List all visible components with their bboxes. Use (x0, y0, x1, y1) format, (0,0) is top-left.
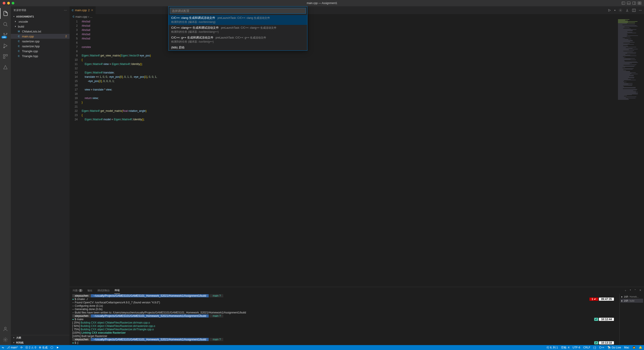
svg-rect-9 (640, 3, 641, 4)
activity-source-control[interactable]: 10K (0, 29, 11, 40)
account-icon (3, 326, 8, 332)
tab-main-cpp[interactable]: C main.cpp 2 ✕ (70, 6, 96, 14)
new-terminal-icon[interactable]: ＋ (624, 289, 627, 292)
run-icon[interactable] (608, 8, 611, 12)
sb-branch[interactable]: ⎇main* (7, 346, 18, 349)
sb-lang[interactable]: C++ (599, 346, 604, 349)
sb-bell[interactable]: 🔔 (639, 346, 642, 349)
svg-marker-23 (608, 9, 610, 11)
sb-problems[interactable]: ⓧ2⚠0 (25, 346, 36, 350)
svg-rect-18 (6, 54, 8, 56)
file-tree-item[interactable]: MCMakeLists.txt (11, 29, 70, 34)
activity-search[interactable] (0, 19, 11, 29)
file-tree-item[interactable]: Crasterizer.hpp (11, 44, 70, 49)
activity-explorer[interactable] (0, 8, 11, 19)
terminal-icon: ▸ (621, 299, 623, 302)
code-editor[interactable]: #includ#includ#includ#includ#includ cons… (82, 19, 617, 287)
breadcrumbs[interactable]: C main.cpp › ... (70, 14, 644, 19)
sb-run[interactable] (56, 346, 59, 349)
terminal-icon: ▸ (621, 295, 623, 298)
quickpick-item[interactable]: C/C++: g++ 生成和调试活动文件preLaunchTask: C/C++… (168, 35, 307, 45)
svg-point-21 (4, 327, 6, 329)
sb-os[interactable]: Mac (624, 346, 629, 349)
terminal[interactable]: xieyouchen ~/usually/Projects/GAMES101/G… (70, 294, 619, 345)
sidebar-more-icon[interactable]: ⋯ (64, 8, 67, 12)
file-tree-item[interactable]: Crasterizer.cpp (11, 39, 70, 44)
svg-rect-2 (627, 2, 630, 4)
sb-lang-braces[interactable]: { } (594, 346, 596, 349)
gear-icon[interactable] (619, 8, 622, 12)
sb-debug[interactable] (50, 346, 54, 349)
close-panel-icon[interactable]: ✕ (639, 289, 641, 292)
sidebar-section-outline[interactable]: 大纲 (11, 335, 70, 340)
window-title: main.cpp — Assignment1 (307, 1, 337, 5)
activity-account[interactable] (0, 324, 11, 334)
layout-panel-right-icon[interactable] (632, 1, 636, 5)
sb-sync[interactable]: ⟳ (20, 346, 23, 349)
minimize-button[interactable] (7, 2, 10, 4)
sb-feedback[interactable]: 🧔 (632, 346, 636, 349)
svg-rect-6 (638, 2, 639, 3)
svg-rect-17 (3, 54, 5, 56)
file-icon: C (17, 49, 21, 53)
svg-point-16 (4, 47, 4, 48)
close-button[interactable] (3, 2, 6, 4)
layout-panel-left-icon[interactable] (622, 1, 625, 5)
minimap[interactable] (617, 19, 644, 287)
bottom-panel: 问题 2 输出 调试控制台 终端 ＋ ▾ ⌃ ✕ xieyouchen ~/us… (70, 287, 644, 345)
statusbar: ⇋ ⎇main* ⟳ ⓧ2⚠0 ⚙生成 行 8, 列 1 空格: 4 UTF-8… (0, 345, 644, 350)
activity-settings[interactable] (0, 334, 11, 345)
terminal-shell-1[interactable]: ▸ zsh Homeb... (620, 295, 643, 299)
sidebar-section-timeline[interactable]: 时间线 (11, 340, 70, 345)
editor-area: C main.cpp 2 ✕ ▾ ⋯ C main.cpp › . (70, 6, 644, 345)
quickpick-input[interactable] (170, 8, 306, 14)
quickpick-item[interactable]: C/C++: clang 生成和调试活动文件preLaunchTask: C/C… (168, 15, 307, 25)
file-tree-item[interactable]: build (11, 24, 70, 29)
panel-tab-output[interactable]: 输出 (87, 287, 93, 294)
titlebar: main.cpp — Assignment1 (0, 0, 644, 6)
close-icon[interactable]: ✕ (91, 8, 93, 12)
file-tree-item[interactable]: Cmain.cpp2 (11, 34, 70, 39)
file-warn-badge: 2 (65, 35, 67, 38)
download-icon[interactable] (626, 8, 629, 12)
sb-indent[interactable]: 空格: 4 (561, 346, 569, 350)
search-icon (3, 21, 8, 27)
panel-tab-terminal[interactable]: 终端 (114, 287, 120, 294)
activity-run-debug[interactable] (0, 40, 11, 51)
sb-encoding[interactable]: UTF-8 (573, 346, 580, 349)
customize-layout-icon[interactable] (638, 1, 641, 5)
file-tree-item[interactable]: CTriangle.hpp (11, 54, 70, 58)
panel-tab-problems[interactable]: 问题 2 (72, 287, 83, 294)
svg-marker-28 (57, 347, 59, 349)
terminal-dropdown-icon[interactable]: ▾ (630, 289, 631, 292)
problems-count-badge: 2 (78, 289, 82, 292)
run-dropdown-icon[interactable]: ▾ (614, 9, 616, 11)
activity-cmake[interactable] (0, 62, 11, 73)
sb-cursor[interactable]: 行 8, 列 1 (546, 346, 558, 350)
more-actions-icon[interactable]: ⋯ (639, 8, 642, 12)
maximize-button[interactable] (12, 2, 14, 4)
sb-golive[interactable]: 📡Go Live (608, 346, 621, 349)
terminal-shell-2[interactable]: ▸ zsh build (620, 299, 643, 303)
chevron-right-icon (14, 20, 17, 23)
sb-eol[interactable]: CRLF (584, 346, 590, 349)
sb-remote[interactable]: ⇋ (2, 346, 4, 349)
sb-build[interactable]: ⚙生成 (39, 346, 48, 350)
split-editor-icon[interactable] (632, 8, 636, 12)
svg-line-11 (6, 25, 8, 26)
quickpick-item[interactable]: (lldb) 启动 (168, 45, 307, 50)
activity-extensions[interactable] (0, 51, 11, 62)
svg-rect-4 (632, 2, 636, 4)
file-tree-item[interactable]: .vscode (11, 19, 70, 24)
svg-rect-19 (3, 57, 5, 58)
layout-panel-bottom-icon[interactable] (627, 1, 630, 5)
file-tree-item[interactable]: CTriangle.cpp (11, 49, 70, 54)
sidebar-folder-root[interactable]: ASSIGNMENT1 (11, 14, 70, 19)
maximize-panel-icon[interactable]: ⌃ (634, 289, 636, 292)
scm-badge: 10K (1, 36, 7, 38)
panel-tab-debug-console[interactable]: 调试控制台 (97, 287, 110, 294)
quickpick-item[interactable]: C/C++: clang++ 生成和调试活动文件preLaunchTask: C… (168, 25, 307, 35)
activity-bar: 10K (0, 6, 11, 345)
file-icon: C (17, 39, 21, 43)
terminal-sidebar: ▸ zsh Homeb... ▸ zsh build (619, 294, 644, 345)
